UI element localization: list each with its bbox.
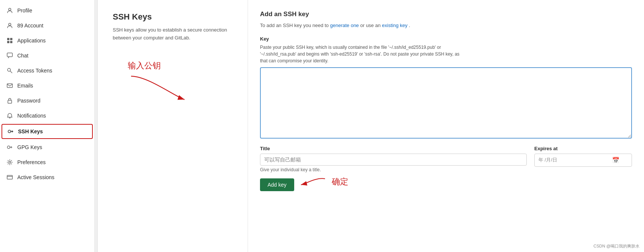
password-icon bbox=[6, 97, 14, 104]
key-field-label: Key bbox=[260, 36, 632, 42]
sidebar-item-label: Notifications bbox=[17, 113, 46, 119]
sidebar-item-ssh-keys[interactable]: SSH Keys bbox=[2, 124, 93, 139]
sidebar-item-label: Active Sessions bbox=[17, 174, 54, 180]
title-form-group: Title Give your individual key a title. bbox=[260, 146, 527, 172]
sidebar-item-emails[interactable]: Emails bbox=[0, 78, 94, 93]
section-description: SSH keys allow you to establish a secure… bbox=[113, 26, 233, 42]
annotation-container: 输入公钥 bbox=[128, 60, 188, 103]
add-key-intro: To add an SSH key you need to generate o… bbox=[260, 22, 632, 29]
svg-point-12 bbox=[9, 161, 11, 163]
annotation-arrow bbox=[128, 73, 188, 103]
ssh-keys-icon bbox=[7, 128, 14, 135]
key-desc-3: that can compromise your identity. bbox=[260, 58, 328, 63]
generate-one-link[interactable]: generate one bbox=[330, 23, 359, 28]
sidebar-item-label: Emails bbox=[17, 83, 33, 89]
form-row: Title Give your individual key a title. … bbox=[260, 146, 632, 172]
main-content: SSH Keys SSH keys allow you to establish… bbox=[98, 0, 644, 252]
sidebar-item-chat[interactable]: Chat bbox=[0, 48, 94, 63]
sidebar-item-label: Preferences bbox=[17, 159, 45, 165]
or-text: or use an bbox=[360, 23, 382, 28]
sidebar-item-preferences[interactable]: Preferences bbox=[0, 155, 94, 170]
intro-text: To add an SSH key you need to bbox=[260, 23, 330, 28]
sidebar-item-password[interactable]: Password bbox=[0, 93, 94, 108]
svg-rect-4 bbox=[7, 41, 9, 43]
svg-rect-5 bbox=[10, 41, 12, 43]
confirm-arrow bbox=[298, 174, 328, 189]
add-key-title: Add an SSH key bbox=[260, 11, 632, 18]
sidebar-item-profile[interactable]: Profile bbox=[0, 3, 94, 18]
sidebar-item-label: SSH Keys bbox=[18, 128, 43, 134]
scrollbar-divider bbox=[95, 0, 98, 252]
svg-rect-6 bbox=[7, 53, 12, 57]
svg-point-1 bbox=[9, 23, 11, 26]
gpg-keys-icon bbox=[6, 143, 14, 151]
period: . bbox=[409, 23, 410, 28]
confirm-area: Add key 确定 bbox=[260, 172, 632, 191]
annotation-text: 输入公钥 bbox=[128, 60, 161, 71]
svg-rect-3 bbox=[10, 38, 12, 40]
sidebar-item-gpg-keys[interactable]: GPG Keys bbox=[0, 140, 94, 155]
active-sessions-icon bbox=[6, 174, 14, 181]
title-input[interactable] bbox=[260, 154, 527, 166]
right-panel: Add an SSH key To add an SSH key you nee… bbox=[248, 0, 644, 252]
confirm-text: 确定 bbox=[332, 176, 348, 187]
existing-key-link[interactable]: existing key bbox=[382, 23, 408, 28]
date-placeholder-text: 年 /月/日 bbox=[538, 157, 557, 163]
access-tokens-icon bbox=[6, 67, 14, 74]
key-desc-1: Paste your public SSH key, which is usua… bbox=[260, 45, 441, 50]
svg-rect-13 bbox=[7, 175, 12, 179]
sidebar-item-label: GPG Keys bbox=[17, 144, 42, 150]
svg-rect-2 bbox=[7, 38, 9, 40]
svg-rect-9 bbox=[8, 100, 12, 103]
account-icon bbox=[6, 22, 14, 29]
key-desc-2: '~/.ssh/id_rsa.pub' and begins with 'ssh… bbox=[260, 51, 460, 57]
notifications-icon bbox=[6, 112, 14, 119]
emails-icon bbox=[6, 82, 14, 89]
sidebar-item-label: Access Tokens bbox=[17, 68, 52, 74]
sidebar-item-label: Profile bbox=[17, 8, 32, 14]
sidebar-item-access-tokens[interactable]: Access Tokens bbox=[0, 63, 94, 78]
sidebar-item-active-sessions[interactable]: Active Sessions bbox=[0, 170, 94, 185]
preferences-icon bbox=[6, 158, 14, 166]
sidebar-item-label: Chat bbox=[17, 53, 29, 59]
sidebar-item-label: Applications bbox=[17, 38, 46, 44]
calendar-icon: 📅 bbox=[612, 157, 620, 164]
svg-point-0 bbox=[9, 8, 11, 11]
expires-form-group: Expires at 年 /月/日 📅 bbox=[534, 146, 632, 172]
profile-icon bbox=[6, 7, 14, 14]
key-description: Paste your public SSH key, which is usua… bbox=[260, 44, 632, 64]
section-title: SSH Keys bbox=[113, 12, 233, 22]
watermark: CSDN @喝口我的爽肤水 bbox=[594, 243, 639, 249]
sidebar-item-applications[interactable]: Applications bbox=[0, 33, 94, 48]
sidebar-account-label: 89 Account bbox=[17, 23, 43, 29]
key-textarea[interactable] bbox=[260, 67, 632, 139]
date-picker[interactable]: 年 /月/日 📅 bbox=[534, 154, 632, 167]
left-panel: SSH Keys SSH keys allow you to establish… bbox=[98, 0, 248, 252]
svg-rect-8 bbox=[7, 84, 12, 88]
sidebar: Profile 89 Account Applications Chat Acc… bbox=[0, 0, 95, 252]
applications-icon bbox=[6, 37, 14, 44]
sidebar-item-label: Password bbox=[17, 98, 40, 104]
add-key-button[interactable]: Add key bbox=[260, 178, 294, 191]
expires-field-label: Expires at bbox=[534, 146, 632, 151]
sidebar-item-notifications[interactable]: Notifications bbox=[0, 108, 94, 123]
hint-text: Give your individual key a title. bbox=[260, 167, 527, 172]
chat-icon bbox=[6, 52, 14, 59]
title-field-label: Title bbox=[260, 146, 527, 151]
sidebar-item-account[interactable]: 89 Account bbox=[0, 18, 94, 33]
